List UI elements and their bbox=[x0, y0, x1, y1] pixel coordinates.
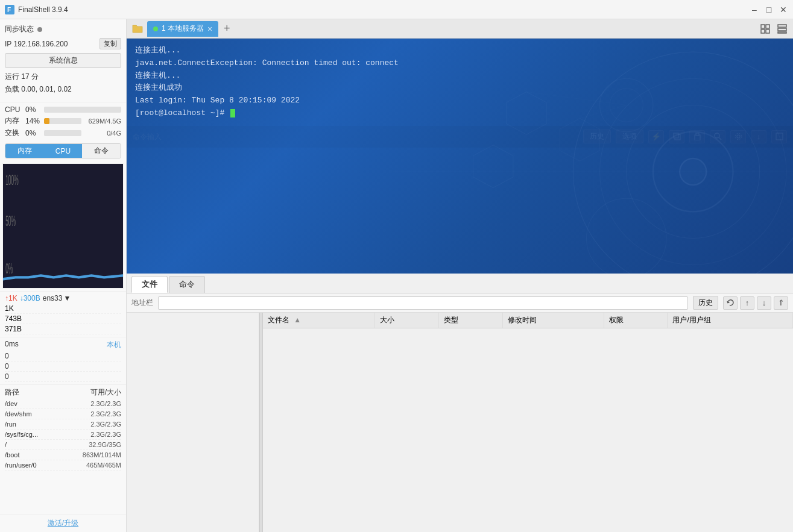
disk-row: /dev2.3G/2.3G bbox=[5, 399, 121, 409]
disk-row: /run/user/0465M/465M bbox=[5, 460, 121, 471]
net-interface: ens33 ▼ bbox=[43, 294, 71, 302]
mem-bar-container bbox=[44, 118, 81, 124]
upgrade-link[interactable]: 激活/升级 bbox=[48, 519, 78, 527]
file-columns: 文件名 ▲ 大小 类型 修改时间 权限 用户/用户组 bbox=[127, 313, 793, 532]
terminal-cursor bbox=[230, 109, 235, 117]
sidebar-footer: 激活/升级 bbox=[0, 514, 126, 532]
svg-text:F: F bbox=[7, 7, 11, 13]
terminal-line-4: 连接主机成功 bbox=[135, 82, 785, 95]
disk-row: /dev/shm2.3G/2.3G bbox=[5, 409, 121, 419]
tab-mem[interactable]: 内存 bbox=[5, 144, 44, 158]
app-icon: F bbox=[5, 5, 14, 14]
ip-row: IP 192.168.196.200 复制 bbox=[5, 38, 121, 49]
svg-rect-8 bbox=[761, 30, 765, 33]
tab-close-icon[interactable]: × bbox=[207, 24, 212, 34]
cpu-value: 0% bbox=[25, 105, 40, 114]
file-right-panel: 文件名 ▲ 大小 类型 修改时间 权限 用户/用户组 bbox=[263, 313, 793, 532]
svg-rect-9 bbox=[766, 30, 769, 33]
view-toggle-button[interactable] bbox=[757, 22, 774, 36]
minimize-btn[interactable]: – bbox=[750, 5, 759, 14]
cpu-label: CPU bbox=[5, 105, 22, 114]
col-mtime[interactable]: 修改时间 bbox=[502, 313, 604, 328]
network-header: ↑1K ↓300B ens33 ▼ bbox=[5, 294, 121, 302]
file-history-button[interactable]: 历史 bbox=[693, 296, 718, 310]
maximize-btn[interactable]: □ bbox=[764, 5, 774, 14]
mem-bar bbox=[44, 118, 49, 124]
svg-rect-2 bbox=[3, 164, 123, 288]
tab-command[interactable]: 命令 bbox=[82, 144, 121, 158]
svg-rect-11 bbox=[778, 28, 786, 31]
terminal-line-2: java.net.ConnectException: Connection ti… bbox=[135, 57, 785, 70]
server-tab[interactable]: 1 本地服务器 × bbox=[147, 21, 218, 37]
terminal-prompt: [root@localhost ~]# bbox=[135, 107, 785, 120]
sync-status: 同步状态 bbox=[5, 24, 121, 34]
swap-detail: 0/4G bbox=[85, 130, 121, 137]
disk-row: /32.9G/35G bbox=[5, 440, 121, 450]
metric-tabs: 内存 CPU 命令 bbox=[5, 143, 121, 158]
sync-label: 同步状态 bbox=[5, 24, 34, 34]
mem-label: 内存 bbox=[5, 116, 22, 126]
net-val-1: 1K bbox=[5, 304, 121, 314]
folder-button[interactable] bbox=[129, 22, 146, 36]
right-panel: 1 本地服务器 × + bbox=[127, 19, 793, 532]
terminal-line-1: 连接主机... bbox=[135, 45, 785, 57]
col-size[interactable]: 大小 bbox=[374, 313, 438, 328]
cpu-metric: CPU 0% bbox=[5, 105, 121, 114]
main-container: 同步状态 IP 192.168.196.200 复制 系统信息 运行 17 分 … bbox=[0, 19, 793, 532]
copy-ip-button[interactable]: 复制 bbox=[100, 38, 121, 49]
tab-file[interactable]: 文件 bbox=[131, 276, 168, 293]
terminal-area[interactable]: 连接主机... java.net.ConnectException: Conne… bbox=[127, 39, 793, 274]
app-title: FinalShell 3.9.4 bbox=[18, 5, 750, 14]
close-btn[interactable]: ✕ bbox=[779, 5, 788, 14]
ping-val-3: 0 bbox=[5, 372, 121, 382]
add-tab-button[interactable]: + bbox=[220, 22, 234, 36]
mem-metric: 内存 14% 629M/4.5G bbox=[5, 116, 121, 126]
svg-rect-12 bbox=[778, 32, 786, 33]
run-time: 运行 17 分 bbox=[5, 72, 121, 82]
svg-rect-7 bbox=[766, 25, 769, 28]
swap-bar-container bbox=[44, 130, 81, 136]
window-controls: – □ ✕ bbox=[750, 5, 788, 14]
net-val-2: 743B bbox=[5, 314, 121, 324]
col-perms[interactable]: 权限 bbox=[604, 313, 668, 328]
swap-label: 交换 bbox=[5, 128, 22, 138]
col-filename[interactable]: 文件名 ▲ bbox=[263, 313, 374, 328]
ip-text: IP 192.168.196.200 bbox=[5, 40, 68, 48]
file-left-panel bbox=[127, 313, 259, 532]
load-info: 负载 0.00, 0.01, 0.02 bbox=[5, 84, 121, 95]
refresh-button[interactable] bbox=[723, 296, 738, 310]
sysinfo-button[interactable]: 系统信息 bbox=[5, 53, 121, 68]
ping-host[interactable]: 本机 bbox=[107, 340, 121, 350]
upload2-button[interactable]: ⇑ bbox=[774, 296, 788, 310]
file-table: 文件名 ▲ 大小 类型 修改时间 权限 用户/用户组 bbox=[263, 313, 793, 328]
tab-cpu[interactable]: CPU bbox=[44, 144, 83, 158]
terminal-line-5: Last login: Thu Sep 8 20:15:09 2022 bbox=[135, 95, 785, 107]
download-file-button[interactable]: ↓ bbox=[757, 296, 771, 310]
disk-row: /run2.3G/2.3G bbox=[5, 419, 121, 430]
file-action-buttons: ↑ ↓ ⇑ bbox=[723, 296, 788, 310]
net-upload: ↑1K bbox=[5, 294, 17, 302]
upload-button[interactable]: ↑ bbox=[740, 296, 754, 310]
disk-row: /boot863M/1014M bbox=[5, 450, 121, 460]
sidebar-top: 同步状态 IP 192.168.196.200 复制 系统信息 运行 17 分 … bbox=[0, 19, 126, 102]
ping-val-1: 0 bbox=[5, 351, 121, 361]
col-type[interactable]: 类型 bbox=[438, 313, 502, 328]
mem-value: 14% bbox=[25, 117, 40, 125]
address-bar-input[interactable] bbox=[158, 296, 688, 310]
file-toolbar: 地址栏 历史 ↑ ↓ ⇑ bbox=[127, 293, 793, 313]
cpu-bar-container bbox=[44, 107, 121, 113]
layout-button[interactable] bbox=[774, 22, 791, 36]
address-label: 地址栏 bbox=[131, 298, 153, 308]
ping-section: 0ms 本机 0 0 0 bbox=[0, 337, 126, 384]
net-download: ↓300B bbox=[20, 294, 40, 302]
col-user[interactable]: 用户/用户组 bbox=[668, 313, 793, 328]
terminal-line-3: 连接主机... bbox=[135, 70, 785, 83]
tab-command[interactable]: 命令 bbox=[169, 276, 205, 293]
cpu-chart: 100% 50% 0% bbox=[2, 163, 124, 289]
disk-row: /sys/fs/cg...2.3G/2.3G bbox=[5, 430, 121, 440]
mem-detail: 629M/4.5G bbox=[85, 117, 121, 125]
disk-header: 路径 可用/大小 bbox=[5, 387, 121, 398]
sync-dot bbox=[37, 27, 42, 32]
server-tab-name: 1 本地服务器 bbox=[162, 23, 204, 34]
ping-ms: 0ms bbox=[5, 340, 19, 350]
